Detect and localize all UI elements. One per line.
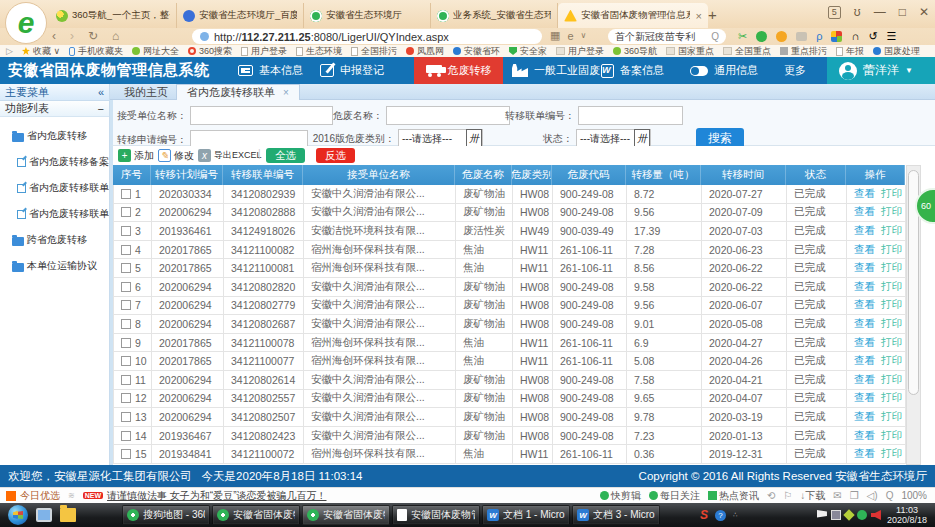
print-link[interactable]: 打印	[881, 373, 902, 387]
taskbar-window-button[interactable]: 搜狗地图 - 360安...	[122, 505, 210, 525]
sidebar-tree-item[interactable]: 省内危废转移联单退回	[0, 201, 109, 227]
view-link[interactable]: 查看	[854, 298, 875, 312]
export-excel-button[interactable]: x导出EXCEL	[198, 149, 262, 162]
headset-icon[interactable]: ∩	[851, 30, 859, 42]
print-link[interactable]: 打印	[881, 261, 902, 275]
wifi-icon[interactable]	[756, 31, 767, 42]
row-checkbox[interactable]	[121, 282, 131, 292]
function-list-header[interactable]: 功能列表 −	[0, 101, 109, 117]
sidebar-tree-item[interactable]: 跨省危废转移	[0, 227, 109, 253]
row-checkbox[interactable]	[121, 207, 131, 217]
bookmark-item[interactable]: 用户登录	[241, 45, 287, 57]
tab-close-icon[interactable]: ×	[283, 87, 289, 98]
bookmark-item[interactable]: 网址大全	[132, 45, 179, 57]
bookmark-item[interactable]: 手机收藏夹	[69, 45, 123, 57]
row-checkbox[interactable]	[121, 263, 131, 273]
magnifier-icon[interactable]: ρ	[816, 30, 822, 42]
bookmark-item[interactable]: 凤凰网	[406, 45, 444, 57]
table-row[interactable]: 6 202006294 34120802820 安徽中久润滑油有限公... 废矿…	[113, 278, 905, 297]
sidebar-tree-item[interactable]: 省内危废转移	[0, 123, 109, 149]
zoom-level[interactable]: 100%	[901, 490, 927, 501]
edit-button[interactable]: ✎修改	[158, 149, 194, 163]
bookmark-item[interactable]: 360导航	[613, 45, 657, 57]
row-checkbox[interactable]	[121, 189, 131, 199]
view-link[interactable]: 查看	[854, 410, 875, 424]
bookmark-item[interactable]: 全国重点	[723, 45, 771, 57]
row-checkbox[interactable]	[121, 338, 131, 348]
sidebar-tree-item[interactable]: 省内危废转移备案	[0, 149, 109, 175]
print-link[interactable]: 打印	[881, 280, 902, 294]
bookmark-item[interactable]: 安徽省环	[453, 45, 500, 57]
show-desktop-icon[interactable]	[36, 508, 52, 522]
sheet-no-input[interactable]	[578, 106, 683, 125]
view-link[interactable]: 查看	[854, 317, 875, 331]
view-link[interactable]: 查看	[854, 205, 875, 219]
row-checkbox[interactable]	[121, 319, 131, 329]
view-link[interactable]: 查看	[854, 187, 875, 201]
shield-icon[interactable]	[776, 31, 787, 42]
menu-icon[interactable]: ☰	[887, 30, 897, 43]
view-link[interactable]: 查看	[854, 261, 875, 275]
new-tab-button[interactable]: +	[700, 4, 725, 25]
taskbar-window-button[interactable]: 文档 1 - Micros...	[482, 505, 570, 525]
maximize-button[interactable]: □	[899, 5, 906, 19]
url-field[interactable]: http://112.27.211.25:8080/LigerUI/QYInde…	[192, 29, 542, 44]
row-checkbox[interactable]	[121, 356, 131, 366]
table-row[interactable]: 7 202006294 34120802779 安徽中久润滑油有限公... 废矿…	[113, 297, 905, 316]
view-link[interactable]: 查看	[854, 447, 875, 461]
taskbar-window-button[interactable]: 文档 3 - Micros...	[572, 505, 660, 525]
view-link[interactable]: 查看	[854, 373, 875, 387]
tab-home[interactable]: 我的主页	[114, 84, 178, 100]
more-dots[interactable]: ∴	[733, 511, 738, 519]
ie-mode-icon[interactable]: e	[567, 30, 573, 42]
history-icon[interactable]: ⟲	[767, 490, 775, 501]
snapshot-icon[interactable]	[796, 32, 807, 41]
view-link[interactable]: 查看	[854, 224, 875, 238]
nav-industrial-waste[interactable]: 一般工业固废	[512, 57, 600, 84]
view-link[interactable]: 查看	[854, 280, 875, 294]
row-checkbox[interactable]	[121, 226, 131, 236]
browser-tab[interactable]: 360导航_一个主页，整个世界 ×	[50, 3, 177, 28]
bookmark-item[interactable]: 安全家	[509, 45, 547, 57]
reading-mode-badge[interactable]: 5	[828, 6, 841, 19]
speaker-icon[interactable]: ◁)	[867, 490, 878, 501]
nav-hazard-transfer[interactable]: 危废转移	[414, 57, 503, 84]
nav-basic-info[interactable]: 基本信息	[238, 57, 303, 84]
invert-selection-button[interactable]: 反选	[316, 148, 355, 163]
nav-record-info[interactable]: W备案信息	[601, 57, 664, 84]
download-button[interactable]: ↓下载	[800, 489, 825, 503]
zoom-icon[interactable]: Q	[886, 490, 894, 501]
minimize-button[interactable]: —	[874, 5, 886, 19]
mail-icon[interactable]: ✉	[833, 490, 841, 501]
volume-icon[interactable]	[871, 510, 881, 520]
scissors-icon[interactable]: ✂	[738, 30, 747, 43]
print-link[interactable]: 打印	[881, 187, 902, 201]
browser-tab[interactable]: 安徽省生态环境厅 ×	[304, 3, 431, 28]
explorer-icon[interactable]	[60, 508, 76, 522]
browser-search-box[interactable]: 首个新冠疫苗专利 Q	[608, 29, 726, 44]
bookmark-item[interactable]: 重点排污	[780, 45, 827, 57]
view-link[interactable]: 查看	[854, 429, 875, 443]
browser-tab[interactable]: 安徽省生态环境厅_百度搜索 ×	[177, 3, 304, 28]
print-link[interactable]: 打印	[881, 410, 902, 424]
print-link[interactable]: 打印	[881, 243, 902, 257]
close-button[interactable]: ✕	[919, 5, 929, 19]
back-button[interactable]: ‹	[52, 29, 56, 43]
hot-news-button[interactable]: 热点资讯	[708, 489, 759, 503]
bookmark-item[interactable]: 国家重点	[666, 45, 714, 57]
select-all-button[interactable]: 全选	[266, 148, 305, 163]
safe-icon[interactable]	[857, 510, 867, 520]
nav-declare[interactable]: 申报登记	[320, 57, 384, 84]
quick-clip-button[interactable]: 快剪辑	[600, 489, 641, 503]
bookmark-item[interactable]: 全国排污	[351, 45, 397, 57]
nav-general-info[interactable]: 通用信息	[690, 57, 758, 84]
bookmark-item[interactable]: 用户登录	[556, 45, 604, 57]
table-row[interactable]: 11 202006294 34120802614 安徽中久润滑油有限公... 废…	[113, 371, 905, 390]
taskbar-window-button[interactable]: 安徽省固体废物...	[302, 505, 390, 525]
add-button[interactable]: +添加	[118, 149, 154, 163]
print-link[interactable]: 打印	[881, 429, 902, 443]
bookmark-item[interactable]: 360搜索	[188, 45, 232, 57]
history-icon[interactable]: ↺	[868, 30, 877, 43]
start-button[interactable]	[8, 505, 28, 525]
action-center-icon[interactable]	[817, 510, 827, 520]
